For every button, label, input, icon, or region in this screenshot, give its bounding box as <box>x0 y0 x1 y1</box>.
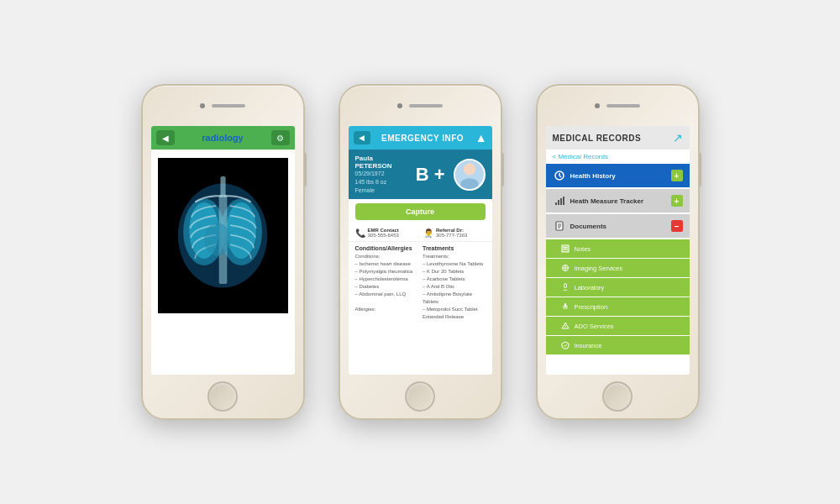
back-button[interactable]: ◀ <box>156 130 175 145</box>
patient-text: Paula PETERSON 05/29/1972 145 lbs 8 oz F… <box>355 155 411 194</box>
patient-avatar <box>454 159 486 191</box>
conditions-content: Conditions: – Ischemic heart disease – P… <box>355 253 418 313</box>
laboratory-item[interactable]: Laboratory <box>546 278 690 297</box>
notes-icon <box>559 243 571 255</box>
notes-item[interactable]: Notes <box>546 239 690 258</box>
doctor-icon: 👨‍⚕️ <box>423 228 433 238</box>
xray-svg <box>158 158 288 313</box>
phone-radiology: ◀ radiology ⚙ <box>141 84 305 420</box>
conditions-section: Conditions/Allergies Conditions: – Ische… <box>349 242 492 324</box>
documents-label: Documents <box>570 223 671 230</box>
records-nav-icon[interactable]: ↗ <box>673 131 683 144</box>
emr-number: 305-555-6453 <box>368 233 399 238</box>
xray-image <box>158 158 288 313</box>
referral-number: 305-777-7363 <box>436 233 467 238</box>
documents-minus[interactable]: – <box>671 220 683 232</box>
svg-point-7 <box>203 223 230 255</box>
prescription-label: Prescription <box>575 303 683 311</box>
phone2-screen: ◀ EMERGENCY INFO ▲ Paula PETERSON 05/29/… <box>349 126 492 375</box>
ado-services-icon <box>559 320 571 332</box>
speaker-bar <box>212 104 245 108</box>
contact-row: 📞 EMR Contact 305-555-6453 👨‍⚕️ Referral… <box>349 224 492 242</box>
settings-button[interactable]: ⚙ <box>271 130 290 145</box>
conditions-title: Conditions/Allergies <box>355 245 418 251</box>
patient-info-bar: Paula PETERSON 05/29/1972 145 lbs 8 oz F… <box>349 150 492 199</box>
emergency-title: EMERGENCY INFO <box>381 134 464 143</box>
imaging-icon <box>559 262 571 274</box>
emr-contact: 📞 EMR Contact 305-555-6453 <box>355 228 417 238</box>
home-button-3[interactable] <box>602 381 633 412</box>
documents-icon <box>553 219 566 233</box>
phone3-header: MEDICAL RECORDS ↗ <box>546 126 690 150</box>
notes-label: Notes <box>575 245 683 253</box>
laboratory-icon <box>559 281 571 293</box>
phone1-header: ◀ radiology ⚙ <box>151 126 295 150</box>
measure-tracker-icon <box>553 194 566 207</box>
patient-gender: Female <box>355 186 411 195</box>
insurance-item[interactable]: Insurance <box>546 336 690 354</box>
phone1-screen: ◀ radiology ⚙ <box>151 126 295 375</box>
phone-emergency: ◀ EMERGENCY INFO ▲ Paula PETERSON 05/29/… <box>339 84 502 420</box>
phone2-header: ◀ EMERGENCY INFO ▲ <box>349 126 492 150</box>
phone-top-3 <box>538 86 698 126</box>
breadcrumb[interactable]: < Medical Records <box>546 150 690 164</box>
treatments-title: Treatments <box>423 245 486 251</box>
health-history-label: Health History <box>570 172 671 180</box>
prescription-icon <box>559 301 571 312</box>
back-icon-2: ◀ <box>359 134 365 142</box>
patient-weight: 145 lbs 8 oz <box>355 178 411 186</box>
insurance-icon <box>559 339 571 351</box>
phone-icon: 📞 <box>355 228 365 238</box>
laboratory-label: Laboratory <box>575 284 683 291</box>
speaker-bar-2 <box>409 104 443 108</box>
svg-point-31 <box>564 328 565 328</box>
svg-rect-8 <box>220 176 225 197</box>
back-icon: ◀ <box>162 134 169 143</box>
treatments-col: Treatments Treatments: – Levothyroxine N… <box>423 245 486 321</box>
phone-top <box>143 86 303 126</box>
nav-icon: ▲ <box>475 131 487 144</box>
phone-top-2 <box>340 86 501 126</box>
patient-dob: 05/29/1972 <box>355 170 411 178</box>
speaker-bar-3 <box>606 104 640 108</box>
documents-item[interactable]: Documents – <box>546 214 690 238</box>
blood-type: B + <box>416 164 445 186</box>
measure-tracker-label: Heath Measure Tracker <box>570 197 671 205</box>
svg-rect-29 <box>564 303 566 307</box>
home-button[interactable] <box>207 381 238 412</box>
ado-services-label: ADO Services <box>575 323 683 330</box>
camera-dot-2 <box>397 103 402 108</box>
health-history-plus[interactable]: + <box>671 170 683 181</box>
svg-rect-15 <box>560 198 562 205</box>
svg-point-5 <box>226 202 255 259</box>
phone-medical-records: MEDICAL RECORDS ↗ < Medical Records Heal… <box>536 84 700 420</box>
health-history-item[interactable]: Health History + <box>546 164 690 187</box>
records-title: MEDICAL RECORDS <box>553 134 642 143</box>
svg-rect-13 <box>555 202 557 205</box>
svg-point-10 <box>463 163 475 175</box>
prescription-item[interactable]: Prescription <box>546 297 690 316</box>
radiology-title: radiology <box>175 133 271 143</box>
imaging-label: Imaging Services <box>575 265 683 272</box>
svg-rect-27 <box>564 284 566 287</box>
svg-rect-16 <box>563 197 564 205</box>
treatments-content: Treatments: – Levothyroxine Na Tablets –… <box>423 253 486 321</box>
settings-icon: ⚙ <box>276 134 284 143</box>
camera-dot <box>200 103 205 108</box>
ado-services-item[interactable]: ADO Services <box>546 317 690 335</box>
measure-tracker-plus[interactable]: + <box>671 195 683 207</box>
health-history-icon <box>553 169 566 182</box>
patient-name: Paula PETERSON <box>355 155 411 170</box>
svg-rect-14 <box>558 200 559 205</box>
conditions-col: Conditions/Allergies Conditions: – Ische… <box>355 245 418 321</box>
phone3-screen: MEDICAL RECORDS ↗ < Medical Records Heal… <box>546 126 690 375</box>
referral-contact: 👨‍⚕️ Referral Dr: 305-777-7363 <box>423 228 486 238</box>
home-button-2[interactable] <box>405 381 435 412</box>
capture-button[interactable]: Capture <box>355 203 486 220</box>
insurance-label: Insurance <box>575 342 683 349</box>
measure-tracker-item[interactable]: Heath Measure Tracker + <box>546 189 690 213</box>
camera-dot-3 <box>595 103 600 108</box>
back-button-2[interactable]: ◀ <box>354 131 370 144</box>
imaging-item[interactable]: Imaging Services <box>546 259 690 277</box>
capture-label: Capture <box>406 207 434 216</box>
